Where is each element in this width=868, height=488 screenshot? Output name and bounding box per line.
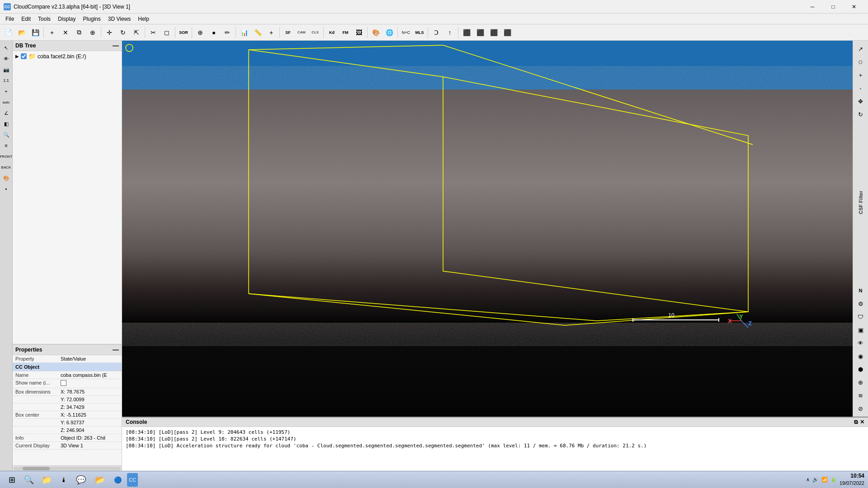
prop-boxcenter-z: Z: 246.904	[58, 427, 122, 434]
menu-item-3d-views[interactable]: 3D Views	[104, 15, 134, 23]
lt-plus[interactable]: +	[1, 86, 11, 96]
minimize-button[interactable]: ─	[802, 0, 823, 14]
tb-extra4[interactable]: ⬛	[501, 26, 514, 39]
tb-classify[interactable]: CLS	[309, 26, 321, 39]
tb-rotate[interactable]: ↻	[117, 26, 129, 39]
lt-layer[interactable]: ◧	[1, 119, 11, 129]
tb-globe[interactable]: 🌐	[383, 26, 396, 39]
tray-battery[interactable]: 🔋	[830, 477, 837, 483]
tb-extra3[interactable]: ⬛	[487, 26, 500, 39]
tb-scale[interactable]: ⇱	[130, 26, 143, 39]
tb-nc[interactable]: N+C	[400, 26, 412, 39]
tray-arrow[interactable]: ∧	[806, 477, 810, 483]
tb-campo[interactable]: CAM	[295, 26, 308, 39]
taskbar-temp[interactable]: 🌡	[57, 473, 71, 487]
taskbar-cc[interactable]: CC	[127, 473, 138, 487]
tb-kd[interactable]: Kd	[326, 26, 338, 39]
dbtree-close[interactable]: —	[113, 42, 119, 49]
tb-plus[interactable]: +	[265, 26, 278, 39]
lt-cursor[interactable]: ↖	[1, 43, 11, 53]
console-panel: Console ⧉ ✕ [08:34:10] [LoD][pass 2] Lev…	[122, 417, 868, 471]
lt-camera[interactable]: 📷	[1, 65, 11, 75]
lt-front[interactable]: FRONT	[1, 151, 11, 161]
showname-checkbox[interactable]	[61, 380, 66, 386]
props-scrollbar[interactable]	[13, 465, 122, 471]
lt-angle[interactable]: ∠	[1, 108, 11, 118]
tb-palette[interactable]: 🎨	[369, 26, 382, 39]
lt-eye[interactable]: 👁	[1, 54, 11, 64]
lt-num1[interactable]: 1:1	[1, 75, 11, 85]
lt-back[interactable]: BACK	[1, 162, 11, 172]
tb-open[interactable]: 📂	[15, 26, 28, 39]
rs-dot2[interactable]: ⊕	[854, 376, 867, 389]
tb-extra1[interactable]: ⬛	[460, 26, 473, 39]
tb-add[interactable]: +	[46, 26, 58, 39]
viewport-3d[interactable]: 10 X Y Z	[122, 41, 853, 417]
menu-item-help[interactable]: Help	[134, 15, 153, 23]
rs-circle[interactable]: ◉	[854, 350, 867, 362]
rs-zoom-fit[interactable]: ⬡	[854, 56, 867, 68]
tree-checkbox[interactable]	[21, 53, 27, 59]
rs-shield[interactable]: 🛡	[854, 310, 867, 323]
search-button[interactable]: 🔍	[22, 473, 36, 487]
tb-fm[interactable]: FM	[339, 26, 352, 39]
rs-pan[interactable]: ✥	[854, 95, 867, 108]
rs-settings1[interactable]: ⚙	[854, 297, 867, 310]
tb-translate[interactable]: ✛	[103, 26, 116, 39]
rs-zoom-out[interactable]: -	[854, 82, 867, 94]
tb-merge[interactable]: ⊕	[86, 26, 99, 39]
rs-ring[interactable]: ⊘	[854, 402, 867, 415]
close-button[interactable]: ✕	[844, 0, 864, 14]
tb-sf[interactable]: SF	[282, 26, 294, 39]
tb-new[interactable]: 📄	[2, 26, 14, 39]
tb-extra2[interactable]: ⬛	[474, 26, 486, 39]
maximize-button[interactable]: □	[823, 0, 844, 14]
tb-segment[interactable]: ✂	[147, 26, 160, 39]
scrollbar-thumb[interactable]	[23, 467, 50, 470]
tb-mls[interactable]: MLS	[413, 26, 426, 39]
menu-item-file[interactable]: File	[2, 15, 18, 23]
props-close[interactable]: —	[113, 346, 119, 353]
lt-dot[interactable]: •	[1, 184, 11, 194]
rs-arrow[interactable]: ↗	[854, 42, 867, 55]
taskbar-folder[interactable]: 📂	[91, 473, 108, 487]
console-close-btn[interactable]: ✕	[860, 419, 864, 425]
tb-sor[interactable]: SOR	[177, 26, 190, 39]
rs-eye2[interactable]: 👁	[854, 337, 867, 349]
props-table: Property State/Value CC Object Name coba…	[13, 355, 122, 465]
tb-img[interactable]: 🖼	[353, 26, 365, 39]
tree-item-root[interactable]: ▶ 📁 coba facet2.bin (E:/)	[13, 51, 122, 61]
lt-color[interactable]: 🎨	[1, 173, 11, 183]
rs-n[interactable]: N	[854, 284, 867, 297]
rs-layers2[interactable]: ▣	[854, 324, 867, 336]
menu-item-edit[interactable]: Edit	[18, 15, 34, 23]
tb-point[interactable]: ●	[208, 26, 220, 39]
tb-clone[interactable]: ⧉	[73, 26, 85, 39]
lt-search[interactable]: 🔍	[1, 130, 11, 140]
menu-item-tools[interactable]: Tools	[34, 15, 54, 23]
tb-s1[interactable]: Ↄ	[430, 26, 443, 39]
tb-remove[interactable]: ✕	[59, 26, 72, 39]
tb-crosshair[interactable]: ⊕	[194, 26, 207, 39]
rs-zoom-in[interactable]: +	[854, 69, 867, 81]
tb-measure[interactable]: 📏	[251, 26, 264, 39]
menu-item-display[interactable]: Display	[54, 15, 79, 23]
console-float[interactable]: ⧉	[854, 419, 858, 425]
rs-rotate[interactable]: ↻	[854, 108, 867, 121]
rs-stack[interactable]: ⬢	[854, 363, 867, 375]
tb-chart[interactable]: 📊	[238, 26, 250, 39]
menu-item-plugins[interactable]: Plugins	[79, 15, 104, 23]
start-button[interactable]: ⊞	[4, 473, 20, 487]
tb-edit[interactable]: ✏	[221, 26, 234, 39]
taskbar-files[interactable]: 📁	[38, 473, 55, 487]
taskbar-chrome[interactable]: 🔵	[110, 473, 125, 487]
tray-network[interactable]: 📶	[821, 477, 828, 483]
taskbar-chat[interactable]: 💬	[72, 473, 90, 487]
lt-layers[interactable]: ≡	[1, 141, 11, 150]
lt-auto[interactable]: auto	[1, 97, 11, 107]
tb-select[interactable]: ◻	[160, 26, 173, 39]
tray-sound[interactable]: 🔊	[812, 477, 819, 483]
tb-save[interactable]: 💾	[29, 26, 42, 39]
tb-s2[interactable]: ↑	[443, 26, 456, 39]
rs-lines[interactable]: ≋	[854, 389, 867, 402]
